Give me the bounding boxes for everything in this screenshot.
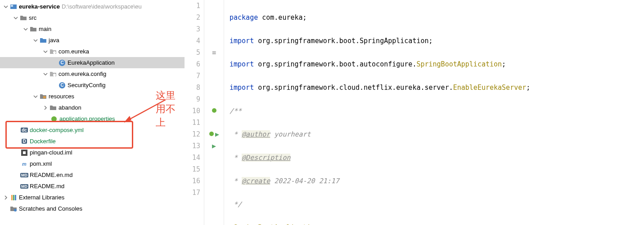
folder-icon — [20, 14, 27, 22]
iml-file-icon — [21, 149, 28, 156]
tree-node-external-libraries[interactable]: External Libraries — [0, 192, 185, 203]
tree-node-package-config[interactable]: com.eureka.config — [0, 68, 185, 79]
chevron-down-icon[interactable] — [32, 93, 39, 100]
run-gutter-icon[interactable]: ▶ — [212, 140, 216, 152]
svg-rect-1 — [11, 5, 13, 7]
root-name: eureka-service — [19, 3, 60, 10]
svg-point-2 — [53, 51, 56, 54]
root-path: D:\software\idea\workspace\eu — [62, 3, 142, 10]
chevron-down-icon[interactable] — [13, 15, 19, 21]
chevron-down-icon[interactable] — [23, 26, 29, 32]
svg-marker-8 — [124, 116, 131, 122]
yaml-file-icon: dc — [21, 127, 28, 134]
tree-node-package-eureka[interactable]: com.eureka — [0, 46, 185, 57]
maven-file-icon: m — [21, 160, 28, 168]
tree-node-eureka-application[interactable]: C EurekaApplication — [0, 57, 185, 68]
svg-point-3 — [53, 74, 56, 76]
markdown-file-icon: MD — [21, 183, 28, 190]
chevron-down-icon[interactable] — [32, 37, 39, 44]
libraries-icon — [10, 194, 17, 201]
svg-point-10 — [209, 132, 214, 136]
spring-icon — [50, 115, 58, 123]
gutter-line-numbers: 1234 5678 9101112 13141516 17 — [185, 0, 204, 225]
svg-point-6 — [14, 209, 17, 212]
docker-file-icon: D — [21, 138, 28, 145]
list-icon[interactable]: ≡ — [212, 47, 216, 58]
resources-folder-icon — [40, 93, 47, 100]
chevron-right-icon[interactable] — [42, 105, 49, 111]
package-icon — [50, 71, 57, 78]
chevron-down-icon[interactable] — [3, 4, 9, 10]
tree-node-src[interactable]: src — [0, 12, 185, 23]
chevron-down-icon[interactable] — [42, 49, 49, 55]
chevron-down-icon[interactable] — [42, 71, 49, 77]
markdown-file-icon: MD — [21, 172, 28, 179]
run-gutter-icon[interactable]: ▶ — [215, 128, 219, 140]
annotation-arrow-icon — [116, 96, 170, 128]
source-folder-icon — [40, 37, 47, 44]
svg-point-9 — [212, 108, 216, 113]
tree-node-main[interactable]: main — [0, 23, 185, 35]
folder-icon — [50, 104, 57, 111]
tree-node-scratches[interactable]: Scratches and Consoles — [0, 203, 185, 214]
spring-bean-icon[interactable] — [212, 105, 217, 117]
tree-node-readme[interactable]: MD README.md — [0, 181, 185, 192]
module-icon — [10, 3, 17, 10]
java-class-icon: C — [59, 59, 66, 66]
tree-node-dockerfile[interactable]: D Dockerfile — [0, 136, 185, 147]
tree-node-java[interactable]: java — [0, 35, 185, 46]
scratches-icon — [10, 205, 17, 212]
spring-bean-icon[interactable] — [209, 128, 214, 140]
tree-node-readme-en[interactable]: MD README.en.md — [0, 169, 185, 181]
package-icon — [50, 48, 57, 55]
java-class-icon: C — [59, 82, 66, 89]
code-area[interactable]: package com.eureka; import org.springfra… — [224, 0, 644, 225]
folder-icon — [30, 26, 37, 33]
chevron-right-icon[interactable] — [3, 194, 9, 201]
tree-node-security-config[interactable]: C SecurityConfig — [0, 79, 185, 91]
svg-point-5 — [51, 116, 57, 122]
code-editor[interactable]: 1234 5678 9101112 13141516 17 ≡ ▶ ▶ pack… — [185, 0, 644, 225]
tree-node-root[interactable]: eureka-service D:\software\idea\workspac… — [0, 1, 185, 12]
tree-node-pom[interactable]: m pom.xml — [0, 158, 185, 169]
svg-rect-4 — [43, 96, 46, 98]
tree-node-iml[interactable]: pingan-cloud.iml — [0, 147, 185, 158]
gutter-icons: ≡ ▶ ▶ — [204, 0, 224, 225]
project-tree[interactable]: eureka-service D:\software\idea\workspac… — [0, 0, 185, 225]
